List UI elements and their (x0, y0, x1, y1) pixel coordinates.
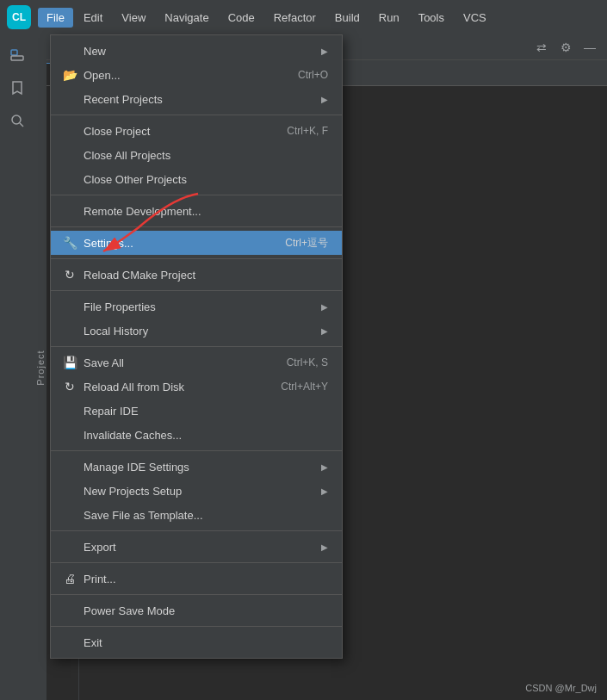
menu-recent-label: Recent Projects (84, 93, 314, 106)
sep10 (51, 594, 342, 595)
watermark: CSDN @Mr_Dwj (525, 683, 597, 693)
menu-invalidate-label: Invalidate Caches... (84, 429, 328, 442)
menu-close-project-label: Close Project (84, 125, 269, 138)
sep8 (51, 530, 342, 531)
save-all-shortcut: Ctrl+K, S (287, 356, 328, 369)
file-properties-arrow: ▶ (321, 302, 328, 312)
menu-invalidate[interactable]: Invalidate Caches... (51, 423, 342, 447)
menu-save-all-label: Save All (84, 356, 269, 369)
menu-reload-disk-label: Reload All from Disk (84, 381, 263, 393)
file-dropdown-overlay: New ▶ 📂 Open... Ctrl+O Recent Projects ▶… (0, 34, 343, 659)
open-icon: 📂 (61, 68, 78, 82)
sep7 (51, 450, 342, 451)
menu-view[interactable]: View (113, 8, 154, 28)
toolbar-settings-btn[interactable]: ⚙ (555, 37, 576, 58)
menu-settings[interactable]: 🔧 Settings... Ctrl+逗号 (51, 231, 342, 255)
export-arrow: ▶ (321, 542, 328, 552)
titlebar: CL File Edit View Navigate Code Refactor… (0, 0, 607, 34)
reload-cmake-icon: ↻ (61, 268, 78, 282)
menu-power-save-label: Power Save Mode (84, 604, 328, 617)
menu-exit[interactable]: Exit (51, 630, 342, 654)
menu-new-label: New (84, 45, 314, 58)
menu-new-projects-label: New Projects Setup (84, 485, 314, 498)
reload-disk-icon: ↻ (61, 380, 78, 393)
menu-reload-cmake[interactable]: ↻ Reload CMake Project (51, 263, 342, 287)
menu-new[interactable]: New ▶ (51, 39, 342, 63)
sep6 (51, 346, 342, 347)
menu-print[interactable]: 🖨 Print... (51, 567, 342, 591)
menu-save-template-label: Save File as Template... (84, 509, 328, 522)
sep2 (51, 195, 342, 195)
sep9 (51, 562, 342, 563)
menu-navigate[interactable]: Navigate (156, 8, 217, 28)
settings-icon: 🔧 (61, 236, 78, 250)
sep3 (51, 226, 342, 227)
menu-local-history-label: Local History (84, 325, 314, 338)
menu-settings-label: Settings... (84, 237, 268, 250)
open-shortcut: Ctrl+O (298, 69, 328, 81)
menu-bar: File Edit View Navigate Code Refactor Bu… (38, 8, 495, 28)
menu-vcs[interactable]: VCS (455, 8, 495, 28)
print-icon: 🖨 (61, 572, 78, 585)
menu-edit[interactable]: Edit (75, 8, 111, 28)
toolbar-layout-btn[interactable]: ⇄ (531, 37, 552, 58)
menu-local-history[interactable]: Local History ▶ (51, 319, 342, 343)
menu-file-properties[interactable]: File Properties ▶ (51, 294, 342, 319)
menu-refactor[interactable]: Refactor (265, 8, 325, 28)
menu-save-template[interactable]: Save File as Template... (51, 503, 342, 527)
menu-open[interactable]: 📂 Open... Ctrl+O (51, 63, 342, 87)
manage-settings-arrow: ▶ (321, 462, 328, 472)
menu-repair-ide[interactable]: Repair IDE (51, 399, 342, 423)
sep5 (51, 290, 342, 291)
menu-file[interactable]: File (38, 8, 73, 28)
menu-remote-dev[interactable]: Remote Development... (51, 199, 342, 223)
toolbar-minimize-btn[interactable]: — (579, 37, 600, 58)
menu-open-label: Open... (84, 69, 281, 82)
file-dropdown: New ▶ 📂 Open... Ctrl+O Recent Projects ▶… (50, 34, 343, 659)
recent-arrow-icon: ▶ (321, 95, 328, 104)
menu-save-all[interactable]: 💾 Save All Ctrl+K, S (51, 350, 342, 375)
menu-tools[interactable]: Tools (410, 8, 453, 28)
menu-file-properties-label: File Properties (84, 300, 314, 313)
menu-run[interactable]: Run (370, 8, 408, 28)
menu-build[interactable]: Build (326, 8, 369, 28)
menu-recent[interactable]: Recent Projects ▶ (51, 87, 342, 111)
sep11 (51, 626, 342, 627)
settings-shortcut: Ctrl+逗号 (285, 236, 328, 251)
menu-close-all-label: Close All Projects (84, 149, 328, 162)
menu-export-label: Export (84, 541, 314, 554)
menu-export[interactable]: Export ▶ (51, 535, 342, 559)
menu-close-all[interactable]: Close All Projects (51, 143, 342, 167)
menu-new-projects-setup[interactable]: New Projects Setup ▶ (51, 479, 342, 503)
menu-reload-cmake-label: Reload CMake Project (84, 269, 328, 282)
menu-print-label: Print... (84, 573, 328, 585)
app-logo: CL (7, 5, 31, 29)
menu-close-project[interactable]: Close Project Ctrl+K, F (51, 119, 342, 143)
sep1 (51, 115, 342, 115)
menu-power-save[interactable]: Power Save Mode (51, 598, 342, 623)
new-projects-arrow: ▶ (321, 486, 328, 496)
reload-disk-shortcut: Ctrl+Alt+Y (281, 381, 328, 393)
menu-code[interactable]: Code (220, 8, 263, 28)
menu-close-other-label: Close Other Projects (84, 173, 328, 186)
menu-exit-label: Exit (84, 636, 328, 649)
local-history-arrow: ▶ (321, 326, 328, 336)
menu-manage-settings-label: Manage IDE Settings (84, 461, 314, 474)
menu-reload-disk[interactable]: ↻ Reload All from Disk Ctrl+Alt+Y (51, 375, 342, 399)
close-project-shortcut: Ctrl+K, F (287, 125, 328, 137)
menu-repair-ide-label: Repair IDE (84, 405, 328, 418)
new-arrow-icon: ▶ (321, 46, 328, 56)
menu-remote-dev-label: Remote Development... (84, 205, 328, 218)
save-all-icon: 💾 (61, 356, 78, 369)
menu-manage-settings[interactable]: Manage IDE Settings ▶ (51, 455, 342, 479)
sep4 (51, 258, 342, 259)
menu-close-other[interactable]: Close Other Projects (51, 167, 342, 191)
